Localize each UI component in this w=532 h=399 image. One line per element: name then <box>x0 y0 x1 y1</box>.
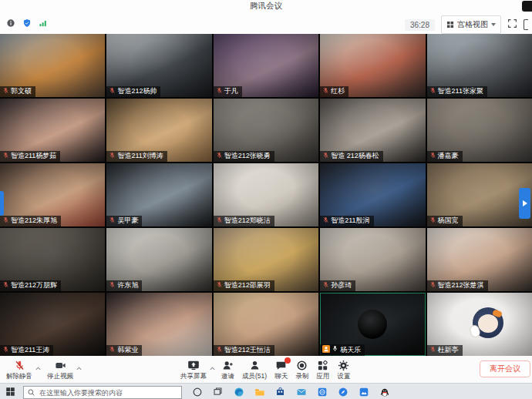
participant-tile[interactable]: 于凡 <box>214 34 318 97</box>
participant-tile[interactable]: 杜新亭 <box>427 293 532 356</box>
title-bar: 腾讯会议 <box>0 0 532 12</box>
participant-label: 智造212万朋辉 <box>0 280 61 291</box>
mic-off-icon <box>14 359 25 371</box>
participant-tile[interactable]: 智造212万朋辉 <box>0 228 105 291</box>
chevron-up-icon[interactable] <box>76 361 82 375</box>
participant-tile[interactable]: 智造212郑晓洁 <box>214 163 318 226</box>
prev-page-button[interactable] <box>0 191 4 216</box>
participant-name: 杜新亭 <box>438 346 459 354</box>
mic-muted-icon <box>429 346 436 355</box>
participant-tile[interactable]: 许东旭 <box>106 228 211 291</box>
participant-tile[interactable]: 智造212朱厚旭 <box>0 163 105 226</box>
participant-name: 吴甲豪 <box>117 216 138 225</box>
participant-tile[interactable]: 韩紫业 <box>106 293 211 356</box>
participant-tile[interactable]: 智造 212杨春松 <box>320 99 425 162</box>
grid-view-button[interactable]: 宫格视图 <box>441 15 501 34</box>
mic-muted-icon <box>216 87 223 96</box>
participant-tile[interactable]: 智造211杨梦茹 <box>0 99 105 162</box>
participant-label: 杨国宽 <box>427 216 463 226</box>
participant-label: 郭文硕 <box>0 86 35 97</box>
app-title: 腾讯会议 <box>250 1 282 12</box>
meeting-timer: 36:28 <box>405 19 435 31</box>
participant-tile[interactable]: 智造212张晓勇 <box>214 99 318 162</box>
settings-button-group: 设置 <box>335 357 352 383</box>
participant-tile[interactable]: 红杉 <box>320 34 425 97</box>
next-page-button[interactable] <box>519 188 530 219</box>
chevron-down-icon <box>491 23 496 26</box>
record-button[interactable]: 录制 <box>293 357 311 383</box>
cortana-icon[interactable] <box>191 386 203 397</box>
participant-tile[interactable]: 智造212张楚淇 <box>427 228 532 291</box>
settings-button[interactable]: 设置 <box>335 357 352 383</box>
mic-muted-icon <box>429 216 436 226</box>
chevron-up-icon[interactable] <box>209 361 216 375</box>
participant-label: 红杉 <box>320 86 348 97</box>
fullscreen-button[interactable] <box>507 18 517 32</box>
apps-button-group: 应用 <box>314 357 332 383</box>
participant-tile[interactable]: 郭文硕 <box>0 34 105 97</box>
participant-label: 韩紫业 <box>106 345 142 356</box>
participant-label: 于凡 <box>214 86 242 97</box>
invite-button[interactable]: 邀请 <box>219 357 237 383</box>
task-view-icon[interactable] <box>212 386 224 397</box>
participant-tile[interactable]: 智造212杨帅 <box>106 34 211 97</box>
participant-name: 杨天乐 <box>340 346 361 354</box>
search-input[interactable] <box>23 386 182 399</box>
participant-tile[interactable]: 杨国宽 <box>427 163 532 226</box>
mute-button[interactable]: 解除静音 <box>4 357 35 383</box>
participant-label: 智造212王恒洁 <box>214 345 274 356</box>
participant-name: 智造212郑晓洁 <box>224 216 271 225</box>
participant-name: 智造212万朋辉 <box>11 281 57 290</box>
folder-icon[interactable] <box>254 386 265 397</box>
app-mountain-icon[interactable] <box>358 386 369 397</box>
toolbar-center-group: 共享屏幕邀请成员(51)聊天录制应用设置 <box>178 357 352 383</box>
avatar <box>470 306 507 343</box>
members-button[interactable]: 成员(51) <box>240 357 269 383</box>
participant-tile[interactable]: 智造212邵展羽 <box>214 228 318 291</box>
camera-icon <box>55 359 66 371</box>
participant-name: 智造211张家聚 <box>438 87 483 96</box>
arrow-right-icon <box>523 200 527 206</box>
participant-tile[interactable]: 智造211殷润 <box>320 163 425 226</box>
app-compass-icon[interactable] <box>337 386 348 397</box>
mic-muted-icon <box>2 216 9 226</box>
chat-button[interactable]: 聊天 <box>272 357 290 383</box>
qq-icon[interactable] <box>379 386 390 397</box>
view-mode-label: 宫格视图 <box>457 19 488 30</box>
participant-tile[interactable]: 智造211王涛 <box>0 293 105 356</box>
mic-muted-icon <box>429 152 436 161</box>
start-button[interactable] <box>5 387 15 397</box>
taskbar-search <box>23 384 182 399</box>
topbar-controls: 36:28 宫格视图 <box>405 15 528 34</box>
participant-name: 许东旭 <box>117 281 138 290</box>
participant-tile[interactable]: 吴甲豪 <box>106 163 211 226</box>
participant-tile[interactable]: 杨天乐 <box>320 293 425 356</box>
participant-tile[interactable]: 智造211张家聚 <box>427 34 532 97</box>
store-icon[interactable] <box>274 386 286 397</box>
participant-tile[interactable]: 孙彦琦 <box>320 228 425 291</box>
edge-icon[interactable] <box>233 386 244 397</box>
mail-icon[interactable] <box>295 386 307 397</box>
apps-button[interactable]: 应用 <box>314 357 332 383</box>
app-minus-icon[interactable] <box>316 386 328 397</box>
participant-tile[interactable]: 潘嘉豪 <box>427 99 532 162</box>
tool-label: 邀请 <box>221 372 234 381</box>
participant-tile[interactable]: 智造212王恒洁 <box>214 293 318 356</box>
tool-label: 成员(51) <box>242 372 267 381</box>
tool-label: 共享屏幕 <box>180 372 207 381</box>
record-button-group: 录制 <box>293 357 311 383</box>
share-button[interactable]: 共享屏幕 <box>178 357 209 383</box>
video-button[interactable]: 停止视频 <box>45 357 76 383</box>
participant-label: 潘嘉豪 <box>427 151 463 162</box>
leave-meeting-button[interactable]: 离开会议 <box>480 360 530 377</box>
participant-label: 智造212郑晓洁 <box>214 216 274 226</box>
invite-icon <box>222 359 234 371</box>
tool-label: 设置 <box>337 372 350 381</box>
participant-label: 智造212朱厚旭 <box>0 216 61 226</box>
participant-label: 智造211张家聚 <box>427 86 487 97</box>
mic-muted-icon <box>109 281 116 290</box>
chevron-up-icon[interactable] <box>35 361 42 375</box>
participant-tile[interactable]: 智造211刘博涛 <box>106 99 211 162</box>
participant-name: 于凡 <box>224 87 238 96</box>
video-grid: 郭文硕智造212杨帅于凡红杉智造211张家聚智造211杨梦茹智造211刘博涛智造… <box>0 34 532 356</box>
